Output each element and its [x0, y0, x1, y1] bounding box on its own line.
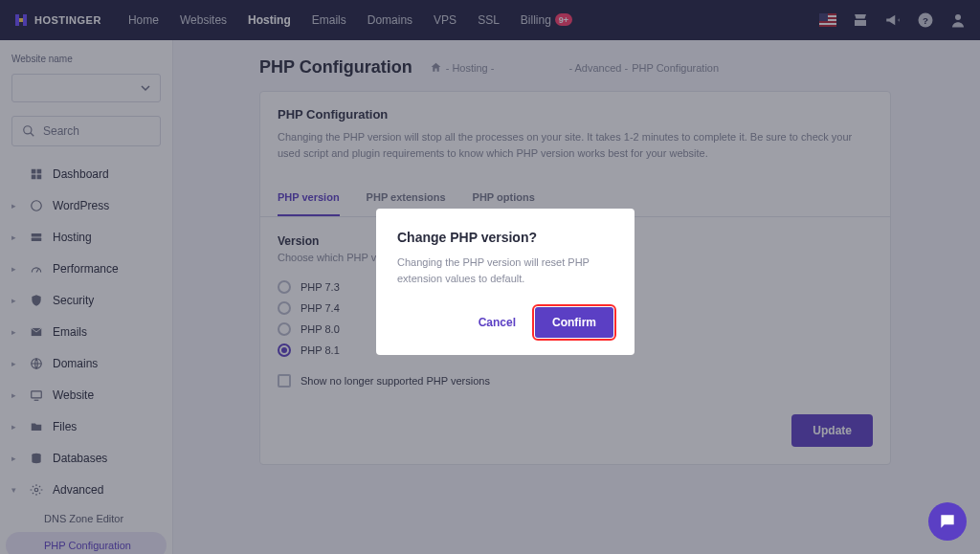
modal-body: Changing the PHP version will reset PHP … [397, 255, 613, 286]
change-php-modal: Change PHP version? Changing the PHP ver… [376, 209, 635, 355]
modal-title: Change PHP version? [397, 230, 613, 245]
chat-fab[interactable] [928, 502, 967, 541]
confirm-button[interactable]: Confirm [535, 307, 613, 338]
chat-icon [938, 512, 957, 531]
cancel-button[interactable]: Cancel [473, 308, 522, 337]
